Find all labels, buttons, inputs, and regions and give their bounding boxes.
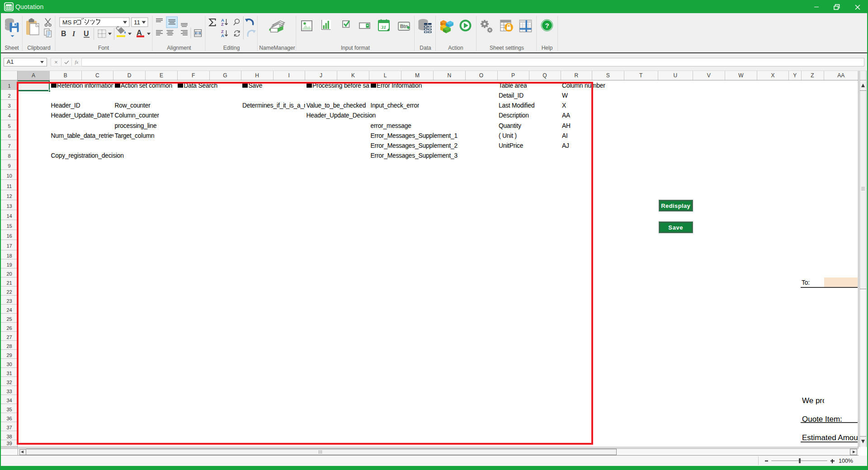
svg-text:11: 11 <box>134 19 140 26</box>
svg-text:U: U <box>84 30 89 38</box>
svg-text:Z: Z <box>221 22 224 27</box>
svg-text:I: I <box>72 30 75 38</box>
svg-text:Btn: Btn <box>400 24 408 29</box>
svg-text:A: A <box>221 33 224 38</box>
svg-text:?: ? <box>545 22 549 29</box>
svg-text:A: A <box>137 28 142 37</box>
svg-text:B: B <box>61 30 66 38</box>
svg-text:31: 31 <box>381 24 386 30</box>
svg-text:MS P: MS P <box>62 19 77 26</box>
